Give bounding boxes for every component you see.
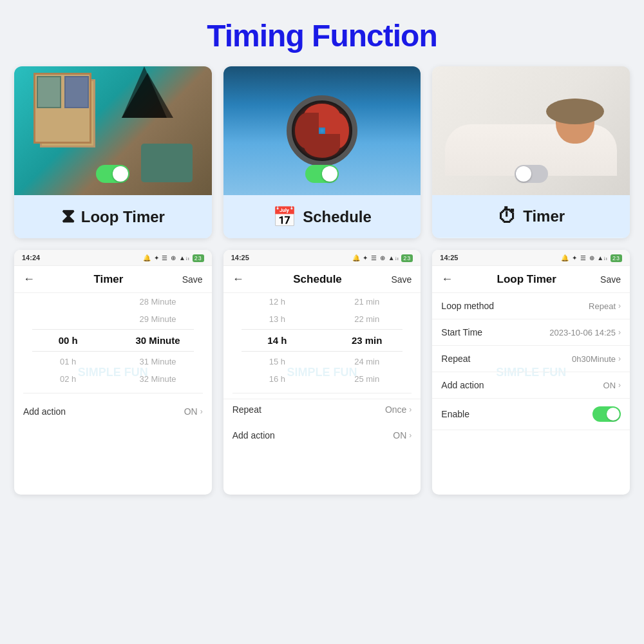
save-button-schedule[interactable]: Save — [391, 274, 412, 285]
loop-method-value: Repeat › — [589, 301, 621, 311]
scroll-col-h-1 — [23, 314, 113, 324]
scroll-row-4: 02 h 32 Minute — [23, 370, 203, 388]
loop-row-2[interactable]: Repeat 0h30Minute › — [432, 346, 630, 372]
timer-label: Timer — [523, 207, 565, 225]
loop-row-enable: Enable — [432, 399, 630, 430]
sched-row-3: 15 h 24 min — [232, 353, 412, 370]
scroll-col-h-3: 01 h — [23, 357, 113, 366]
save-button-timer[interactable]: Save — [182, 274, 203, 285]
nav-timer: ← Timer Save — [14, 266, 212, 293]
repeat-interval-value: 0h30Minute › — [572, 354, 621, 364]
card-label-timer: ⏱ Timer — [432, 195, 630, 238]
schedule-action-row[interactable]: Add action ON › — [223, 422, 421, 448]
save-button-loop[interactable]: Save — [600, 274, 621, 285]
timer-icon: ⏱ — [497, 205, 516, 227]
status-time-timer: 14:24 — [22, 254, 40, 261]
repeat-label: Repeat — [232, 404, 261, 415]
timer-scroll-list: 28 Minute 29 Minute 00 h 30 Minute 01 h … — [14, 293, 212, 388]
scroll-col-m-4: 32 Minute — [113, 374, 202, 384]
start-time-label: Start Time — [441, 327, 482, 337]
cards-container: ⧗ Loop Timer 📅 Schedule — [0, 66, 644, 238]
phone-loop: SIMPLE FUN 14:25 🔔 ✦ ☰ ⊕ ▲ᵢₗ 23 ← Loop T… — [432, 250, 630, 495]
schedule-action-value: ON › — [393, 430, 412, 440]
status-icons-schedule: 🔔 ✦ ☰ ⊕ ▲ᵢₗ 23 — [352, 254, 413, 261]
nav-title-timer: Timer — [93, 273, 123, 286]
schedule-label: Schedule — [303, 208, 372, 226]
toggle-timer[interactable] — [515, 165, 548, 185]
repeat-chevron: › — [409, 405, 412, 414]
phones-container: SIMPLE FUN 14:24 🔔 ✦ ☰ ⊕ ▲ᵢₗ 23 ← Timer … — [0, 250, 644, 495]
timer-action-chevron: › — [200, 407, 203, 416]
back-button-timer[interactable]: ← — [23, 272, 35, 286]
loop-timer-icon: ⧗ — [61, 205, 75, 228]
scroll-row-active: 00 h 30 Minute — [23, 331, 203, 350]
timer-action-row[interactable]: Add action ON › — [14, 399, 212, 424]
enable-label: Enable — [441, 409, 469, 419]
schedule-icon: 📅 — [272, 205, 296, 228]
loop-row-3[interactable]: Add action ON › — [432, 372, 630, 399]
phone-schedule: SIMPLE FUN 14:25 🔔 ✦ ☰ ⊕ ▲ᵢₗ 23 ← Schedu… — [223, 250, 421, 495]
page-title: Timing Function — [0, 0, 644, 66]
schedule-scroll-list: 12 h 21 min 13 h 22 min 14 h 23 min 15 h… — [223, 293, 421, 388]
loop-rows-container: Loop method Repeat › Start Time 2023-10-… — [432, 293, 630, 430]
fan-image — [287, 95, 357, 166]
loop-timer-label: Loop Timer — [81, 208, 165, 226]
card-image-sleep — [432, 66, 630, 195]
nav-loop: ← Loop Timer Save — [432, 266, 630, 293]
sched-row-active: 14 h 23 min — [232, 331, 412, 350]
status-icons-loop: 🔔 ✦ ☰ ⊕ ▲ᵢₗ 23 — [561, 254, 622, 261]
enable-toggle-knob — [607, 408, 620, 421]
loop-row-0[interactable]: Loop method Repeat › — [432, 293, 630, 319]
scroll-row-0: 28 Minute — [23, 293, 203, 310]
schedule-repeat-row[interactable]: Repeat Once › — [223, 399, 421, 420]
card-timer: ⏱ Timer — [432, 66, 630, 238]
nav-schedule: ← Schedule Save — [223, 266, 421, 293]
loop-action-chevron: › — [618, 381, 621, 390]
scroll-row-1: 29 Minute — [23, 310, 203, 328]
scroll-col-m-0: 28 Minute — [113, 297, 202, 307]
loop-action-label: Add action — [441, 380, 484, 390]
status-bar-timer: 14:24 🔔 ✦ ☰ ⊕ ▲ᵢₗ 23 — [14, 250, 212, 266]
toggle-schedule[interactable] — [305, 165, 339, 185]
toggle-loop-timer[interactable] — [96, 165, 129, 185]
card-label-loop-timer: ⧗ Loop Timer — [14, 195, 212, 238]
card-image-room — [14, 66, 212, 195]
repeat-interval-chevron: › — [618, 354, 621, 363]
schedule-action-label: Add action — [232, 430, 275, 440]
scroll-col-m-active: 30 Minute — [113, 335, 202, 346]
phone-timer: SIMPLE FUN 14:24 🔔 ✦ ☰ ⊕ ▲ᵢₗ 23 ← Timer … — [14, 250, 212, 495]
status-time-loop: 14:25 — [440, 254, 458, 261]
card-schedule: 📅 Schedule — [223, 66, 421, 238]
card-label-schedule: 📅 Schedule — [223, 195, 421, 238]
scroll-row-3: 01 h 31 Minute — [23, 353, 203, 370]
loop-row-1[interactable]: Start Time 2023-10-06 14:25 › — [432, 319, 630, 346]
loop-method-chevron: › — [618, 301, 621, 310]
nav-title-loop: Loop Timer — [497, 273, 556, 286]
repeat-interval-label: Repeat — [441, 354, 470, 364]
enable-toggle[interactable] — [592, 406, 621, 422]
status-icons-timer: 🔔 ✦ ☰ ⊕ ▲ᵢₗ 23 — [143, 254, 204, 261]
timer-action-label: Add action — [23, 406, 66, 417]
start-time-chevron: › — [618, 328, 621, 337]
schedule-action-chevron: › — [409, 431, 412, 440]
sched-row-4: 16 h 25 min — [232, 370, 412, 388]
sched-row-0: 12 h 21 min — [232, 293, 412, 310]
status-time-schedule: 14:25 — [231, 254, 249, 261]
back-button-schedule[interactable]: ← — [232, 272, 244, 286]
nav-title-schedule: Schedule — [293, 273, 342, 286]
card-loop-timer: ⧗ Loop Timer — [14, 66, 212, 238]
loop-action-value: ON › — [603, 381, 621, 390]
start-time-value: 2023-10-06 14:25 › — [549, 328, 621, 337]
scroll-col-h-active: 00 h — [23, 335, 113, 346]
scroll-col-m-3: 31 Minute — [113, 357, 202, 366]
loop-method-label: Loop method — [441, 301, 494, 311]
card-image-fan — [223, 66, 421, 195]
scroll-col-h-4: 02 h — [23, 374, 113, 384]
status-bar-loop: 14:25 🔔 ✦ ☰ ⊕ ▲ᵢₗ 23 — [432, 250, 630, 266]
status-bar-schedule: 14:25 🔔 ✦ ☰ ⊕ ▲ᵢₗ 23 — [223, 250, 421, 266]
sched-row-1: 13 h 22 min — [232, 310, 412, 328]
back-button-loop[interactable]: ← — [441, 272, 453, 286]
scroll-col-h-0 — [23, 297, 113, 307]
timer-action-value: ON › — [184, 406, 203, 417]
scroll-col-m-1: 29 Minute — [113, 314, 202, 324]
